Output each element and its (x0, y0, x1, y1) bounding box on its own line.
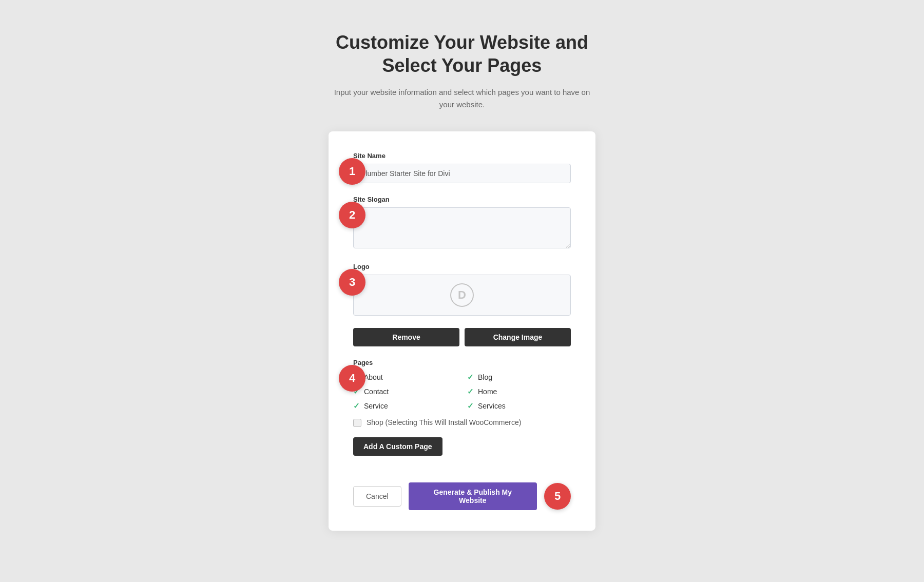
page-item-service: ✓ Service (353, 401, 457, 411)
logo-upload-area[interactable]: D (353, 275, 571, 316)
cancel-button[interactable]: Cancel (353, 486, 401, 507)
divi-logo-icon: D (450, 283, 474, 307)
page-item-contact: ✓ Contact (353, 387, 457, 396)
check-icon-home: ✓ (467, 387, 474, 396)
page-title: Customize Your Website andSelect Your Pa… (336, 31, 588, 77)
page-subtitle: Input your website information and selec… (329, 86, 595, 111)
step-2-circle: 2 (339, 202, 365, 228)
page-label-service[interactable]: Service (364, 402, 388, 410)
footer-actions: Cancel Generate & Publish My Website 5 (353, 482, 571, 510)
page-label-contact[interactable]: Contact (364, 387, 389, 396)
page-item-shop: Shop (Selecting This Will Install WooCom… (353, 418, 571, 428)
page-item-home: ✓ Home (467, 387, 571, 396)
change-image-button[interactable]: Change Image (465, 328, 571, 346)
pages-grid: ✓ About ✓ Blog ✓ Contact ✓ Home (353, 373, 571, 411)
remove-button[interactable]: Remove (353, 328, 459, 346)
logo-label: Logo (353, 263, 571, 270)
step-1-circle: 1 (339, 158, 365, 185)
site-name-label: Site Name (353, 152, 571, 160)
add-custom-page-button[interactable]: Add A Custom Page (353, 437, 442, 456)
check-icon-blog: ✓ (467, 373, 474, 382)
pages-section: 4 Pages ✓ About ✓ Blog ✓ Contact (353, 359, 571, 470)
page-item-services: ✓ Services (467, 401, 571, 411)
check-icon-services: ✓ (467, 401, 474, 411)
page-wrapper: Customize Your Website andSelect Your Pa… (10, 31, 914, 531)
step-4-circle: 4 (339, 365, 365, 392)
pages-label: Pages (353, 359, 571, 366)
form-card: 1 Site Name 2 Site Slogan 3 Logo D (329, 131, 595, 531)
page-item-blog: ✓ Blog (467, 373, 571, 382)
site-name-section: 1 Site Name (353, 152, 571, 183)
publish-button[interactable]: Generate & Publish My Website (409, 482, 537, 510)
step-3-circle: 3 (339, 269, 365, 296)
page-label-services[interactable]: Services (478, 402, 506, 410)
check-icon-service: ✓ (353, 401, 360, 411)
step-5-circle: 5 (544, 483, 571, 510)
shop-label[interactable]: Shop (Selecting This Will Install WooCom… (367, 418, 521, 428)
page-label-home[interactable]: Home (478, 387, 497, 396)
page-item-about: ✓ About (353, 373, 457, 382)
shop-checkbox[interactable] (353, 419, 361, 427)
logo-section: 3 Logo D (353, 263, 571, 316)
site-slogan-input[interactable] (353, 207, 571, 248)
logo-buttons: Remove Change Image (353, 328, 571, 346)
page-label-about[interactable]: About (364, 373, 383, 381)
site-slogan-section: 2 Site Slogan (353, 196, 571, 250)
site-name-input[interactable] (353, 164, 571, 183)
page-label-blog[interactable]: Blog (478, 373, 492, 381)
site-slogan-label: Site Slogan (353, 196, 571, 203)
